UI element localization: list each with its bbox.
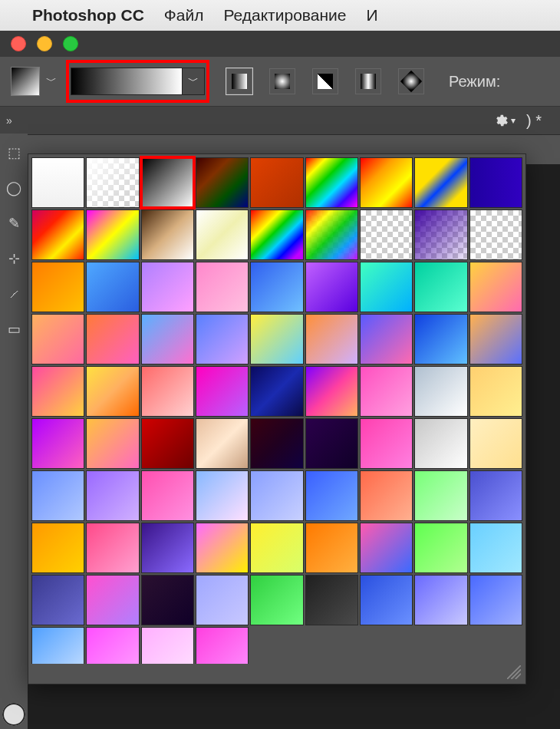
gradient-swatch[interactable] xyxy=(141,575,194,625)
gradient-swatch[interactable] xyxy=(31,209,84,260)
tool-icon[interactable]: ◯ xyxy=(5,180,22,196)
gradient-swatch[interactable] xyxy=(250,314,303,364)
gradient-swatch[interactable] xyxy=(141,470,194,521)
gradient-swatch[interactable] xyxy=(414,470,467,521)
document-title-fragment[interactable]: ) * xyxy=(526,112,542,130)
gradient-swatch[interactable] xyxy=(86,209,139,260)
gradient-swatch[interactable] xyxy=(141,262,194,312)
gradient-swatch[interactable] xyxy=(196,209,249,260)
gradient-swatch[interactable] xyxy=(469,209,522,260)
gradient-swatch[interactable] xyxy=(196,627,249,664)
gradient-swatch[interactable] xyxy=(469,575,522,625)
gradient-swatch[interactable] xyxy=(305,262,358,312)
gradient-swatch[interactable] xyxy=(196,523,249,573)
gradient-swatch[interactable] xyxy=(250,523,303,573)
gradient-swatch[interactable] xyxy=(141,157,194,208)
gradient-swatch[interactable] xyxy=(31,523,84,573)
gradient-swatch[interactable] xyxy=(31,575,84,625)
gradient-swatch[interactable] xyxy=(414,209,467,260)
window-close-button[interactable] xyxy=(11,36,26,51)
gradient-swatch[interactable] xyxy=(141,209,194,260)
gradient-swatch[interactable] xyxy=(250,157,303,208)
gradient-swatch[interactable] xyxy=(469,418,522,469)
gradient-swatch[interactable] xyxy=(360,209,413,260)
gradient-swatch[interactable] xyxy=(141,523,194,573)
gradient-swatch[interactable] xyxy=(469,470,522,521)
gradient-swatch[interactable] xyxy=(305,209,358,260)
panel-resize-grip-icon[interactable] xyxy=(507,665,521,679)
gradient-swatch[interactable] xyxy=(305,366,358,417)
gradient-swatch[interactable] xyxy=(250,418,303,469)
gradient-swatch[interactable] xyxy=(305,470,358,521)
gradient-swatch[interactable] xyxy=(196,366,249,417)
gradient-swatch[interactable] xyxy=(414,575,467,625)
menu-item-file[interactable]: Файл xyxy=(164,6,204,25)
gradient-swatch[interactable] xyxy=(31,366,84,417)
gradient-swatch[interactable] xyxy=(196,314,249,364)
gradient-swatch[interactable] xyxy=(86,366,139,417)
gradient-swatch[interactable] xyxy=(86,418,139,469)
gradient-swatch[interactable] xyxy=(360,523,413,573)
gradient-swatch[interactable] xyxy=(414,366,467,417)
gradient-swatch[interactable] xyxy=(86,314,139,364)
gradient-swatch[interactable] xyxy=(196,575,249,625)
gradient-swatch[interactable] xyxy=(141,627,194,664)
gradient-swatch[interactable] xyxy=(86,262,139,312)
gradient-swatch[interactable] xyxy=(141,314,194,364)
gradient-swatch[interactable] xyxy=(196,157,249,208)
tool-icon[interactable]: ⬚ xyxy=(5,144,22,161)
gradient-swatch[interactable] xyxy=(414,262,467,312)
gradient-swatch[interactable] xyxy=(141,366,194,417)
gradient-swatch[interactable] xyxy=(305,575,358,625)
gradient-swatch[interactable] xyxy=(31,262,84,312)
tool-icon[interactable]: ▭ xyxy=(5,321,22,338)
gradient-swatch[interactable] xyxy=(469,262,522,312)
gradient-swatch[interactable] xyxy=(305,314,358,364)
gradient-swatch[interactable] xyxy=(250,470,303,521)
gradient-swatch[interactable] xyxy=(31,157,84,208)
gradient-swatch[interactable] xyxy=(31,470,84,521)
gradient-swatch[interactable] xyxy=(360,575,413,625)
gradient-swatch[interactable] xyxy=(414,157,467,208)
gradient-swatch[interactable] xyxy=(86,575,139,625)
gradient-swatch[interactable] xyxy=(360,262,413,312)
menu-app-name[interactable]: Photoshop CC xyxy=(32,6,144,25)
current-gradient-preview[interactable] xyxy=(71,68,183,95)
menu-item-edit[interactable]: Редактирование xyxy=(223,6,346,25)
zoom-tool-icon[interactable] xyxy=(2,703,25,726)
gradient-swatch[interactable] xyxy=(305,157,358,208)
expand-panels-icon[interactable]: » xyxy=(6,114,12,127)
gradient-swatch[interactable] xyxy=(196,262,249,312)
gradient-swatch[interactable] xyxy=(250,262,303,312)
gradient-type-linear-button[interactable] xyxy=(226,68,252,94)
gradient-dropdown-toggle[interactable]: ﹀ xyxy=(183,68,205,95)
gradient-swatch[interactable] xyxy=(469,157,522,208)
gradient-swatch[interactable] xyxy=(414,418,467,469)
gradient-swatch[interactable] xyxy=(31,627,84,664)
gradient-swatch[interactable] xyxy=(305,523,358,573)
window-minimize-button[interactable] xyxy=(37,36,52,51)
gradient-swatch[interactable] xyxy=(86,470,139,521)
window-zoom-button[interactable] xyxy=(63,36,78,51)
tool-preset-dropdown-icon[interactable]: ﹀ xyxy=(46,74,57,88)
gradient-swatch[interactable] xyxy=(469,314,522,364)
gradient-swatch[interactable] xyxy=(86,523,139,573)
gradient-swatch[interactable] xyxy=(86,157,139,208)
panel-options-gear-icon[interactable]: ▾ xyxy=(492,113,516,128)
gradient-swatch[interactable] xyxy=(360,470,413,521)
gradient-swatch[interactable] xyxy=(250,366,303,417)
gradient-swatch[interactable] xyxy=(360,366,413,417)
tool-icon[interactable]: ⟋ xyxy=(5,285,22,302)
gradient-swatch[interactable] xyxy=(305,418,358,469)
gradient-type-diamond-button[interactable] xyxy=(398,68,424,94)
gradient-type-reflected-button[interactable] xyxy=(355,68,381,94)
gradient-swatch[interactable] xyxy=(141,418,194,469)
gradient-swatch[interactable] xyxy=(31,418,84,469)
gradient-swatch[interactable] xyxy=(250,209,303,260)
gradient-swatch[interactable] xyxy=(360,157,413,208)
gradient-swatch[interactable] xyxy=(86,627,139,664)
gradient-type-angle-button[interactable] xyxy=(312,68,338,94)
gradient-swatch[interactable] xyxy=(360,314,413,364)
gradient-swatch[interactable] xyxy=(196,418,249,469)
menu-item-image-partial[interactable]: И xyxy=(366,6,377,25)
